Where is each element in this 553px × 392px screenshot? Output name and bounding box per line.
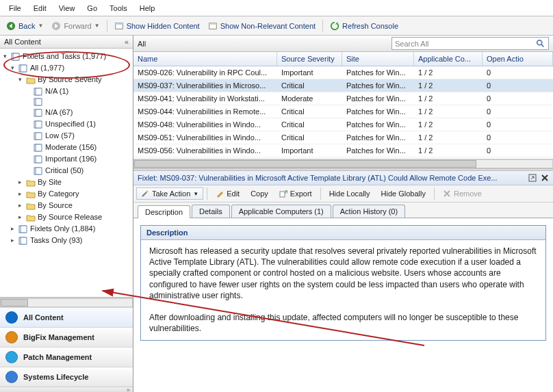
table-hscrollbar[interactable] — [133, 159, 553, 168]
table-row[interactable]: MS09-051: Vulnerabilities in Windo...Cri… — [133, 131, 553, 144]
search-icon[interactable] — [536, 39, 545, 49]
show-nonrelevant-button[interactable]: Show Non-Relevant Content — [205, 19, 319, 33]
col-applicable[interactable]: Applicable Co... — [414, 52, 483, 66]
tree-node[interactable]: ▸By Source — [16, 200, 131, 211]
take-action-dropdown-icon[interactable]: ▼ — [193, 191, 198, 197]
left-pane-header: All Content « — [0, 36, 133, 49]
expand-icon[interactable]: ▸ — [16, 190, 24, 198]
expand-icon[interactable] — [24, 88, 31, 95]
expand-icon[interactable]: ▸ — [9, 225, 16, 233]
tree-hscrollbar[interactable] — [0, 298, 133, 307]
expand-icon[interactable]: ▾ — [16, 76, 24, 83]
tree-view[interactable]: ▾Fixlets and Tasks (1,977)▾All (1,977)▾B… — [0, 49, 133, 298]
tab-description[interactable]: Description — [138, 205, 190, 218]
table-row[interactable]: MS09-037: Vulnerabilities in Microso...C… — [133, 79, 553, 92]
show-hidden-button[interactable]: Show Hidden Content — [111, 19, 203, 33]
tree-node[interactable]: ▸By Source Release — [16, 211, 131, 223]
tree-node[interactable]: ▸By Site — [16, 177, 131, 188]
tree-node[interactable]: Low (57) — [24, 130, 131, 142]
detail-body: Description Microsoft has released a sec… — [133, 218, 553, 392]
menu-view[interactable]: View — [53, 2, 81, 14]
table-row[interactable]: MS09-056: Vulnerabilities in Windo...Imp… — [133, 144, 553, 157]
tree-label: By Source Severity — [38, 75, 102, 85]
nav-button[interactable]: All Content — [0, 307, 133, 327]
cell-site: Patches for Win... — [342, 106, 414, 117]
take-action-button[interactable]: Take Action▼ — [136, 187, 203, 200]
tree-node[interactable]: N/A (1) — [24, 86, 131, 97]
nav-button[interactable]: BigFix Management — [0, 327, 133, 347]
table-row[interactable]: MS09-044: Vulnerabilities in Remote...Cr… — [133, 105, 553, 118]
menu-help[interactable]: Help — [133, 2, 162, 14]
tree-label: N/A (67) — [45, 107, 73, 118]
expand-icon[interactable] — [24, 144, 31, 151]
menu-tools[interactable]: Tools — [103, 2, 133, 14]
svg-rect-7 — [21, 65, 27, 72]
cell-name: MS09-048: Vulnerabilities in Windo... — [133, 119, 277, 130]
wand-icon — [141, 190, 149, 198]
hide-globally-button[interactable]: Hide Globally — [376, 187, 430, 200]
svg-point-28 — [537, 40, 542, 44]
tree-node[interactable] — [24, 97, 131, 107]
edit-button[interactable]: Edit — [211, 187, 244, 200]
table-row[interactable]: MS09-041: Vulnerability in Workstati...M… — [133, 92, 553, 105]
tree-node[interactable]: ▸Fixlets Only (1,884) — [9, 223, 131, 235]
tab-action-history[interactable]: Action History (0) — [333, 205, 405, 218]
tree-label: Moderate (156) — [45, 142, 97, 153]
expand-icon[interactable]: ▸ — [16, 179, 24, 186]
hide-locally-button[interactable]: Hide Locally — [324, 187, 375, 200]
tree-node[interactable]: ▸By Category — [16, 188, 131, 200]
expand-icon[interactable] — [24, 120, 31, 128]
forward-dropdown-icon[interactable]: ▼ — [94, 23, 100, 29]
expand-icon[interactable]: ▾ — [9, 64, 16, 72]
tab-applicable-computers[interactable]: Applicable Computers (1) — [231, 205, 331, 218]
menubar: File Edit View Go Tools Help — [0, 0, 553, 16]
tree-node[interactable]: Moderate (156) — [24, 142, 131, 153]
expand-icon[interactable]: ▾ — [1, 53, 9, 60]
refresh-icon — [330, 21, 339, 31]
tree-node[interactable]: ▾Fixlets and Tasks (1,977) — [1, 51, 131, 62]
tree-node[interactable]: Unspecified (1) — [24, 118, 131, 130]
popout-icon[interactable] — [528, 174, 537, 182]
table-row[interactable]: MS09-026: Vulnerability in RPC Coul...Im… — [133, 66, 553, 79]
overflow-chevron-icon[interactable]: » — [127, 387, 130, 393]
expand-icon[interactable] — [24, 99, 31, 106]
expand-icon[interactable] — [24, 155, 31, 163]
menu-file[interactable]: File — [3, 2, 27, 14]
expand-icon[interactable] — [24, 132, 31, 140]
expand-icon[interactable]: ▸ — [9, 237, 16, 244]
menu-go[interactable]: Go — [81, 2, 103, 14]
expand-icon[interactable]: ▸ — [16, 202, 24, 209]
back-button[interactable]: Back ▼ — [3, 19, 47, 33]
tab-details[interactable]: Details — [192, 205, 230, 218]
nav-button[interactable]: Systems Lifecycle — [0, 367, 133, 387]
close-detail-icon[interactable] — [541, 174, 549, 182]
col-open-actions[interactable]: Open Actio — [483, 52, 553, 66]
menu-edit[interactable]: Edit — [27, 2, 53, 14]
tree-node[interactable]: ▾By Source Severity — [16, 74, 131, 86]
tree-node[interactable]: ▸Tasks Only (93) — [9, 235, 131, 246]
tree-node[interactable]: Important (196) — [24, 153, 131, 165]
export-button[interactable]: Export — [274, 187, 317, 200]
expand-icon[interactable] — [24, 109, 31, 116]
copy-button[interactable]: Copy — [246, 187, 273, 200]
expand-icon[interactable]: ▸ — [16, 213, 24, 221]
collapse-left-icon[interactable]: « — [125, 38, 129, 46]
right-pane: All Search All Name Source Severity Site… — [133, 36, 553, 392]
search-input[interactable]: Search All — [391, 37, 549, 50]
tree-node[interactable]: ▾All (1,977) — [9, 62, 131, 74]
nav-button[interactable]: Patch Management — [0, 347, 133, 367]
forward-button[interactable]: Forward ▼ — [48, 19, 103, 33]
refresh-button[interactable]: Refresh Console — [326, 19, 402, 33]
tree-node[interactable]: Critical (50) — [24, 165, 131, 177]
cell-open: 0 — [483, 132, 553, 143]
tree-label: Tasks Only (93) — [30, 235, 82, 246]
expand-icon[interactable] — [24, 167, 31, 174]
svg-rect-5 — [13, 53, 19, 60]
col-name[interactable]: Name — [133, 52, 277, 66]
tree-node[interactable]: N/A (67) — [24, 107, 131, 118]
back-dropdown-icon[interactable]: ▼ — [38, 23, 43, 29]
table-row[interactable]: MS09-048: Vulnerabilities in Windo...Cri… — [133, 118, 553, 131]
col-site[interactable]: Site — [342, 52, 414, 66]
col-severity[interactable]: Source Severity — [277, 52, 342, 66]
remove-button[interactable]: Remove — [438, 187, 487, 200]
